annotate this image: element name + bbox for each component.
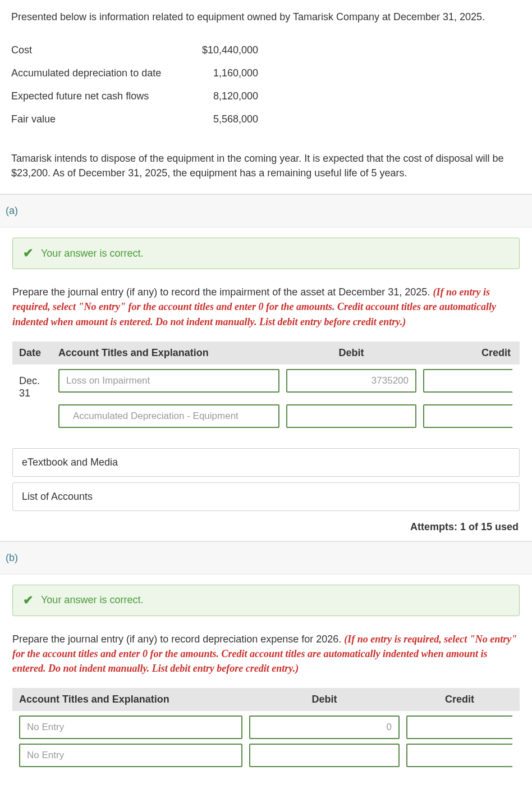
debit-value: 0	[387, 722, 392, 733]
account-title-input[interactable]: Loss on Impairment	[58, 369, 279, 393]
account-title-input[interactable]: No Entry	[19, 715, 242, 739]
row-date: Dec. 31	[19, 369, 52, 400]
data-row: Expected future net cash flows 8,120,000	[11, 85, 521, 108]
credit-input[interactable]	[423, 404, 513, 428]
data-row: Accumulated depreciation to date 1,160,0…	[11, 62, 521, 85]
etextbook-media-button[interactable]: eTextbook and Media	[12, 448, 520, 477]
part-b-instructions: Prepare the journal entry (if any) to re…	[12, 632, 520, 676]
correct-message: Your answer is correct.	[41, 594, 143, 606]
journal-header-row: Account Titles and Explanation Debit Cre…	[12, 688, 520, 711]
list-accounts-label: List of Accounts	[22, 491, 93, 502]
data-row: Cost $10,440,000	[11, 39, 521, 62]
data-row: Fair value 5,568,000	[11, 108, 521, 131]
header-account: Account Titles and Explanation	[58, 347, 279, 359]
journal-row-1: Dec. 31 Loss on Impairment 3735200	[12, 364, 520, 400]
header-credit: Credit	[406, 694, 513, 705]
list-of-accounts-button[interactable]: List of Accounts	[12, 482, 520, 511]
part-b-body: ✔ Your answer is correct. Prepare the jo…	[0, 575, 532, 767]
account-value: Loss on Impairment	[66, 375, 150, 386]
data-value: 1,160,000	[191, 67, 258, 79]
account-value: No Entry	[27, 750, 64, 761]
data-label: Accumulated depreciation to date	[11, 67, 191, 79]
account-title-input[interactable]: No Entry	[19, 744, 242, 767]
account-value: Accumulated Depreciation - Equipment	[73, 411, 239, 422]
journal-header-row: Date Account Titles and Explanation Debi…	[12, 341, 520, 364]
journal-row-2: No Entry	[12, 739, 520, 767]
account-value: No Entry	[27, 722, 64, 733]
account-title-input[interactable]: Accumulated Depreciation - Equipment	[58, 404, 279, 428]
debit-input[interactable]	[286, 404, 416, 428]
header-debit: Debit	[249, 694, 400, 705]
part-a-label: (a)	[6, 205, 18, 216]
credit-input[interactable]	[406, 744, 513, 767]
header-debit: Debit	[286, 347, 416, 359]
part-a-header[interactable]: (a)	[0, 194, 532, 227]
credit-input[interactable]	[406, 715, 513, 739]
data-label: Cost	[11, 44, 191, 56]
part-b-label: (b)	[6, 552, 18, 563]
debit-input[interactable]: 3735200	[286, 369, 416, 393]
date-day: 31	[19, 388, 30, 399]
instruction-plain: Prepare the journal entry (if any) to re…	[12, 634, 344, 645]
part-b-header[interactable]: (b)	[0, 541, 532, 575]
check-icon: ✔	[23, 594, 33, 607]
correct-message: Your answer is correct.	[41, 248, 143, 259]
etextbook-label: eTextbook and Media	[22, 457, 118, 468]
correct-banner: ✔ Your answer is correct.	[12, 238, 520, 269]
intro-text: Presented below is information related t…	[11, 10, 521, 24]
part-a-body: ✔ Your answer is correct. Prepare the jo…	[0, 227, 532, 541]
data-value: $10,440,000	[191, 44, 258, 56]
attempts-text: Attempts: 1 of 15 used	[12, 521, 520, 533]
data-value: 8,120,000	[191, 90, 258, 102]
correct-banner: ✔ Your answer is correct.	[12, 585, 520, 616]
equipment-data-table: Cost $10,440,000 Accumulated depreciatio…	[11, 39, 521, 131]
date-month: Dec.	[19, 375, 40, 386]
header-account: Account Titles and Explanation	[19, 694, 242, 705]
header-credit: Credit	[423, 347, 513, 359]
credit-input[interactable]	[423, 369, 513, 393]
part-a-instructions: Prepare the journal entry (if any) to re…	[12, 285, 520, 329]
data-label: Fair value	[11, 113, 191, 125]
debit-value: 3735200	[372, 375, 409, 386]
instruction-plain: Prepare the journal entry (if any) to re…	[12, 286, 433, 298]
debit-input[interactable]: 0	[249, 715, 400, 739]
header-date: Date	[19, 347, 52, 359]
debit-input[interactable]	[249, 744, 400, 767]
journal-row-1: No Entry 0	[12, 711, 520, 739]
check-icon: ✔	[23, 247, 33, 259]
data-label: Expected future net cash flows	[11, 90, 191, 102]
journal-row-2: Accumulated Depreciation - Equipment	[12, 400, 520, 428]
followup-text: Tamarisk intends to dispose of the equip…	[11, 151, 521, 180]
problem-statement: Presented below is information related t…	[0, 0, 532, 194]
data-value: 5,568,000	[191, 113, 258, 125]
